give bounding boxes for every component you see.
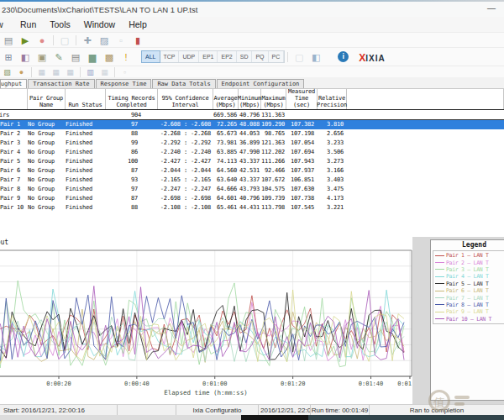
cell: No Group bbox=[28, 148, 66, 157]
filter-sd[interactable]: SD bbox=[237, 51, 253, 62]
splitter[interactable]: Legend Pair 1 — LAN TPair 2 — LAN TPair … bbox=[412, 237, 504, 404]
toolbar-separator bbox=[114, 67, 115, 77]
cell: 73.981 bbox=[213, 139, 239, 148]
cell: 107.054 bbox=[286, 139, 318, 148]
zoom-reset-icon[interactable]: ▦ bbox=[65, 66, 76, 78]
layout-icon[interactable]: ◧ bbox=[309, 51, 323, 63]
x-tick-label: 0:01:00 bbox=[202, 381, 228, 387]
legend-item-pair-8[interactable]: Pair 8 — LAN T bbox=[435, 302, 504, 308]
legend-item-pair-4[interactable]: Pair 4 — LAN T bbox=[435, 273, 504, 280]
legend-item-pair-2[interactable]: Pair 2 — LAN T bbox=[435, 259, 504, 265]
legend-swatch bbox=[435, 269, 444, 270]
cell-avg: 669.586 bbox=[213, 110, 239, 119]
tab-throughput[interactable]: Throughput bbox=[0, 79, 27, 88]
table-row-pair-5[interactable]: Pair 5No GroupFinished100-2.427 : -2.427… bbox=[0, 157, 504, 166]
tab-transaction-rate[interactable]: Transaction Rate bbox=[28, 79, 94, 88]
snapshot-icon[interactable]: ▫ bbox=[119, 66, 130, 78]
menu-view[interactable]: View bbox=[0, 19, 13, 29]
filter-pc[interactable]: PC bbox=[269, 51, 285, 62]
table-row-pair-1[interactable]: Pair 1No GroupFinished97-2.608 : -2.6087… bbox=[0, 120, 504, 129]
ixchariot-window: 230\Documents\IxChariot\TESTS\LAN TO LAN… bbox=[0, 0, 504, 420]
cell-timing: 904 bbox=[106, 110, 158, 119]
cell: Pair 4 bbox=[0, 148, 28, 157]
table-row-pair-9[interactable]: Pair 9No GroupFinished87-2.698 : -2.6986… bbox=[0, 194, 504, 203]
table-row-pair-8[interactable]: Pair 8No GroupFinished97-2.247 : -2.2476… bbox=[0, 185, 504, 194]
add-pair-icon[interactable]: ✚ bbox=[81, 34, 94, 46]
table-row-all-pairs[interactable]: All Pairs 904 669.586 40.796 131.363 bbox=[0, 110, 504, 120]
legend-item-pair-5[interactable]: Pair 5 — LAN T bbox=[435, 281, 504, 287]
filter-all[interactable]: ALL bbox=[142, 51, 160, 62]
cell: -2.292 : -2.292 bbox=[158, 139, 213, 148]
blank-icon[interactable]: ▫ bbox=[114, 34, 128, 46]
filter-tcp[interactable]: TCP bbox=[160, 51, 179, 62]
pan-icon[interactable]: ● bbox=[16, 66, 27, 78]
tab-raw-data-totals[interactable]: Raw Data Totals bbox=[152, 79, 215, 88]
legend-item-pair-6[interactable]: Pair 6 — LAN T bbox=[435, 287, 504, 294]
legend-label: Pair 7 — LAN T bbox=[446, 295, 489, 302]
camera-icon[interactable]: ▣ bbox=[35, 51, 49, 63]
console-icon[interactable]: ◧ bbox=[18, 51, 32, 63]
cell: 88 bbox=[106, 203, 158, 213]
new-window-icon[interactable]: ⊞ bbox=[2, 51, 15, 63]
cell: 97 bbox=[106, 185, 158, 194]
legend-item-pair-10[interactable]: Pair 10 — LAN T bbox=[435, 316, 504, 323]
cell: -2.108 : -2.108 bbox=[158, 203, 213, 213]
cell: No Group bbox=[28, 166, 66, 176]
results-table: Pair Group NameRun StatusTiming Records … bbox=[0, 88, 504, 237]
minimize-button[interactable]: — bbox=[487, 3, 496, 13]
col-header: Minimum (Mbps) bbox=[239, 89, 261, 109]
cell: 92.466 bbox=[261, 166, 286, 176]
menu-window[interactable]: Window bbox=[77, 19, 122, 29]
cell: 109.290 bbox=[261, 120, 286, 129]
table-row-pair-4[interactable]: Pair 4No GroupFinished86-2.240 : -2.2406… bbox=[0, 148, 504, 157]
cell: 107.943 bbox=[286, 157, 318, 166]
filter-ep2[interactable]: EP2 bbox=[218, 51, 236, 62]
cell: 106.851 bbox=[286, 176, 318, 185]
overlay-icon[interactable]: ▦ bbox=[99, 66, 110, 78]
cell: 107.694 bbox=[286, 148, 318, 157]
table-row-pair-3[interactable]: Pair 3No GroupFinished99-2.292 : -2.2927… bbox=[0, 139, 504, 148]
table-row-pair-6[interactable]: Pair 6No GroupFinished87-2.044 : -2.0446… bbox=[0, 166, 504, 176]
tab-endpoint-configuration[interactable]: Endpoint Configuration bbox=[217, 79, 305, 88]
menu-help[interactable]: Help bbox=[122, 19, 154, 29]
pause-icon[interactable]: ▢ bbox=[58, 34, 71, 46]
photo-icon[interactable]: ▩ bbox=[102, 51, 116, 63]
cell: 43.793 bbox=[239, 185, 261, 194]
table-row-pair-7[interactable]: Pair 7No GroupFinished93-2.165 : -2.1656… bbox=[0, 176, 504, 185]
group-icon[interactable]: ▨ bbox=[97, 34, 111, 46]
legend-swatch bbox=[435, 262, 444, 263]
pause-view-icon[interactable]: ▢ bbox=[292, 51, 306, 63]
cell: No Group bbox=[28, 185, 66, 194]
tab-response-time[interactable]: Response Time bbox=[96, 79, 152, 88]
legend-item-pair-1[interactable]: Pair 1 — LAN T bbox=[435, 252, 504, 259]
cell: 112.202 bbox=[261, 148, 286, 157]
chart-type-icon[interactable]: ▧ bbox=[2, 66, 13, 78]
save-icon[interactable]: ▤ bbox=[2, 34, 15, 46]
table-row-pair-2[interactable]: Pair 2No GroupFinished88-2.268 : -2.2686… bbox=[0, 129, 504, 139]
legend-item-pair-7[interactable]: Pair 7 — LAN T bbox=[435, 294, 504, 301]
table-row-pair-10[interactable]: Pair 10No GroupFinished88-2.108 : -2.108… bbox=[0, 203, 504, 213]
cell: 65.461 bbox=[213, 203, 239, 213]
run-icon[interactable]: ▶ bbox=[18, 34, 32, 46]
cell: Pair 3 bbox=[0, 139, 28, 148]
report-icon[interactable]: ▮ bbox=[131, 34, 144, 46]
pencil-icon[interactable]: ✎ bbox=[52, 51, 66, 63]
chart-icon[interactable]: ▆ bbox=[86, 51, 99, 63]
warning-icon[interactable]: ! bbox=[119, 51, 133, 63]
info-icon[interactable]: i bbox=[338, 51, 349, 62]
menu-tools[interactable]: Tools bbox=[43, 19, 77, 29]
filter-pq[interactable]: PQ bbox=[252, 51, 268, 62]
stop-icon[interactable]: ● bbox=[35, 34, 49, 46]
printer-icon[interactable]: ▤ bbox=[69, 51, 82, 63]
cell: Finished bbox=[66, 139, 106, 148]
grid-icon[interactable]: ▥ bbox=[85, 66, 96, 78]
legend-item-pair-9[interactable]: Pair 9 — LAN T bbox=[435, 308, 504, 315]
filter-udp[interactable]: UDP bbox=[179, 51, 199, 62]
filter-ep1[interactable]: EP1 bbox=[199, 51, 218, 62]
legend-swatch bbox=[435, 297, 444, 298]
cell: Pair 10 bbox=[0, 203, 28, 213]
legend-item-pair-3[interactable]: Pair 3 — LAN T bbox=[435, 266, 504, 273]
zoom-in-icon[interactable]: ▦ bbox=[36, 66, 47, 78]
zoom-out-icon[interactable]: ▦ bbox=[50, 66, 61, 78]
menu-run[interactable]: Run bbox=[13, 19, 43, 29]
